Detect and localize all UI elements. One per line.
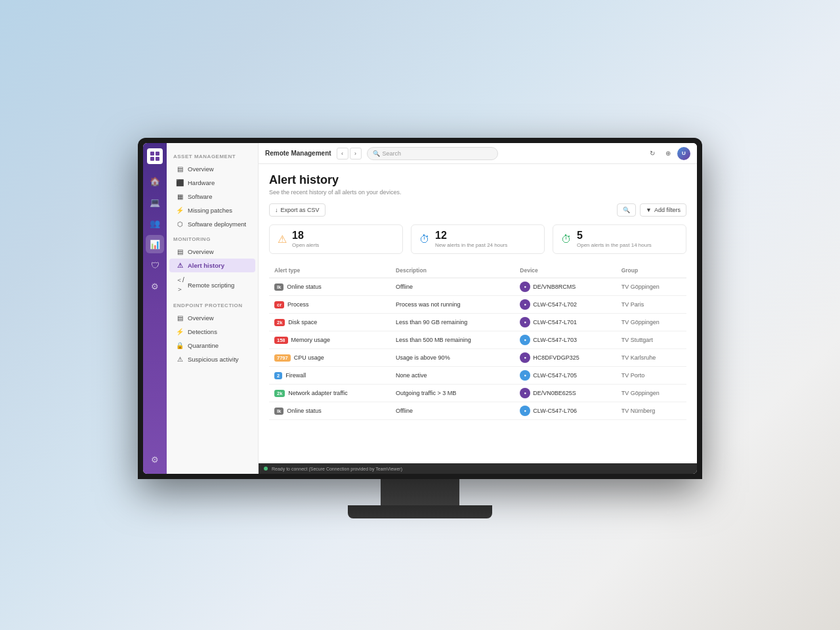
cell-description: Outgoing traffic > 3 MB bbox=[390, 385, 514, 402]
table-row[interactable]: 2k Disk space Less than 90 GB remaining … bbox=[269, 314, 686, 331]
sidebar-item-quarantine[interactable]: 🔒 Quarantine bbox=[169, 339, 255, 352]
status-dot bbox=[264, 467, 268, 471]
cell-description: Less than 90 GB remaining bbox=[390, 314, 514, 331]
sidebar-item-label: Hardware bbox=[188, 179, 215, 186]
icon-bar-settings-alt[interactable]: ⚙ bbox=[146, 277, 164, 295]
sidebar-item-label: Overview bbox=[188, 165, 214, 173]
cell-group: TV Göppingen bbox=[616, 385, 686, 402]
sidebar-item-deployment[interactable]: ⬡ Software deployment bbox=[169, 217, 255, 231]
severity-badge: 2k bbox=[274, 390, 285, 397]
device-dot: ● bbox=[520, 388, 530, 398]
search-bar[interactable]: 🔍 Search bbox=[367, 147, 498, 160]
icon-bar-group[interactable]: 👥 bbox=[146, 214, 164, 232]
sidebar-item-hardware[interactable]: ⬛ Hardware bbox=[169, 176, 255, 190]
status-bar: Ready to connect (Secure Connection prov… bbox=[259, 463, 697, 474]
export-icon: ↓ bbox=[275, 207, 278, 213]
device-name: DE/VNB8RCMS bbox=[533, 284, 576, 290]
severity-badge: 2 bbox=[274, 372, 282, 379]
cell-group: TV Karlsruhe bbox=[616, 349, 686, 367]
endpoint-section-title: ENDPOINT PROTECTION bbox=[167, 297, 258, 311]
sidebar-item-label: Remote scripting bbox=[188, 282, 234, 289]
sidebar-item-remote-scripting[interactable]: ＜/＞ Remote scripting bbox=[169, 272, 255, 297]
stat-number-3: 5 bbox=[577, 230, 652, 241]
search-icon: 🔍 bbox=[373, 150, 380, 157]
stat-clock-icon-2: ⏱ bbox=[561, 234, 572, 245]
table-row[interactable]: 2 Firewall None active ● CLW-C547-L705 T… bbox=[269, 367, 686, 385]
alert-type-text: Process bbox=[287, 301, 309, 308]
col-group: Group bbox=[616, 263, 686, 278]
sidebar-item-software[interactable]: ▦ Software bbox=[169, 190, 255, 203]
refresh-icon[interactable]: ↻ bbox=[646, 147, 659, 160]
sidebar-item-alert-history[interactable]: ⚠ Alert history bbox=[169, 259, 255, 272]
sidebar-item-patches[interactable]: ⚡ Missing patches bbox=[169, 203, 255, 217]
alert-type-text: Network adapter traffic bbox=[288, 390, 347, 396]
icon-bar-devices[interactable]: 💻 bbox=[146, 193, 164, 211]
page-content: Alert history See the recent history of … bbox=[259, 164, 697, 463]
cell-device: ● HC8DFVDGP325 bbox=[514, 349, 616, 367]
cell-description: Process was not running bbox=[390, 296, 514, 314]
sidebar-item-overview-asset[interactable]: ▤ Overview bbox=[169, 162, 255, 176]
add-filters-button[interactable]: ▼ Add filters bbox=[640, 203, 686, 217]
sidebar-item-label: Suspicious activity bbox=[188, 356, 239, 363]
icon-bar-monitoring[interactable]: 📊 bbox=[146, 235, 164, 253]
table-row[interactable]: cr Process Process was not running ● CLW… bbox=[269, 296, 686, 314]
detections-icon: ⚡ bbox=[176, 328, 184, 335]
cell-alert-type: 2 Firewall bbox=[269, 367, 390, 385]
sidebar-item-detections[interactable]: ⚡ Detections bbox=[169, 325, 255, 339]
status-text: Ready to connect (Secure Connection prov… bbox=[272, 467, 402, 471]
device-name: CLW-C547-L701 bbox=[533, 319, 577, 326]
table-row[interactable]: lk Online status Offline ● DE/VNB8RCMS T… bbox=[269, 278, 686, 296]
nav-back[interactable]: ‹ bbox=[337, 148, 348, 159]
device-name: DE/VN0BE625S bbox=[533, 390, 576, 396]
severity-badge: 158 bbox=[274, 337, 288, 344]
severity-badge: 7797 bbox=[274, 354, 291, 362]
stat-label-2: New alerts in the past 24 hours bbox=[435, 242, 507, 248]
sidebar-item-label: Overview bbox=[188, 314, 214, 322]
cell-group: TV Göppingen bbox=[616, 314, 686, 331]
sidebar-item-suspicious[interactable]: ⚠ Suspicious activity bbox=[169, 352, 255, 366]
cell-description: Offline bbox=[390, 278, 514, 296]
top-bar-actions: ↻ ⊕ U bbox=[646, 147, 690, 160]
table-row[interactable]: 2k Network adapter traffic Outgoing traf… bbox=[269, 385, 686, 402]
search-filter-button[interactable]: 🔍 bbox=[617, 203, 636, 217]
app-logo[interactable] bbox=[147, 148, 163, 164]
stat-open-alerts: ⚠ 18 Open alerts bbox=[269, 224, 403, 254]
table-row[interactable]: 158 Memory usage Less than 500 MB remain… bbox=[269, 331, 686, 349]
user-avatar[interactable]: U bbox=[677, 147, 690, 160]
app-chrome: 🏠 💻 👥 📊 🛡 ⚙ ⚙ ASSET MANAGEMENT ▤ Overvie… bbox=[143, 143, 697, 474]
stat-clock-icon-1: ⏱ bbox=[419, 234, 430, 245]
zoom-icon[interactable]: ⊕ bbox=[662, 147, 675, 160]
monitoring-section-title: MONITORING bbox=[167, 231, 258, 245]
sidebar-item-label: Detections bbox=[188, 328, 217, 335]
device-dot: ● bbox=[520, 406, 530, 416]
device-name: CLW-C547-L703 bbox=[533, 337, 577, 343]
col-description: Description bbox=[390, 263, 514, 278]
cell-description: None active bbox=[390, 367, 514, 385]
table-row[interactable]: 7797 CPU usage Usage is above 90% ● HC8D… bbox=[269, 349, 686, 367]
stat-number-1: 18 bbox=[292, 230, 319, 241]
search-filter-icon: 🔍 bbox=[623, 207, 630, 213]
stat-warning-icon: ⚠ bbox=[278, 233, 287, 245]
asset-management-section-title: ASSET MANAGEMENT bbox=[167, 148, 258, 162]
icon-bar-settings[interactable]: ⚙ bbox=[146, 450, 164, 469]
quarantine-icon: 🔒 bbox=[176, 342, 184, 349]
export-csv-button[interactable]: ↓ Export as CSV bbox=[269, 203, 326, 217]
icon-bar-shield[interactable]: 🛡 bbox=[146, 256, 164, 274]
icon-bar-home[interactable]: 🏠 bbox=[146, 172, 164, 190]
cell-device: ● CLW-C547-L703 bbox=[514, 331, 616, 349]
device-dot: ● bbox=[520, 335, 530, 345]
severity-badge: cr bbox=[274, 301, 284, 308]
stat-new-alerts: ⏱ 12 New alerts in the past 24 hours bbox=[411, 224, 545, 254]
nav-arrows: ‹ › bbox=[337, 148, 362, 159]
alert-table-container: Alert type Description Device Group lk O… bbox=[269, 263, 686, 420]
stat-open-recent: ⏱ 5 Open alerts in the past 14 hours bbox=[553, 224, 686, 254]
sidebar-item-overview-monitoring[interactable]: ▤ Overview bbox=[169, 245, 255, 259]
sidebar-item-overview-endpoint[interactable]: ▤ Overview bbox=[169, 311, 255, 325]
monitor-stand-neck bbox=[381, 479, 459, 505]
table-row[interactable]: lk Online status Offline ● CLW-C547-L706… bbox=[269, 402, 686, 420]
alert-type-text: Online status bbox=[287, 284, 322, 290]
sidebar-item-label: Quarantine bbox=[188, 342, 219, 349]
cell-alert-type: lk Online status bbox=[269, 278, 390, 296]
nav-forward[interactable]: › bbox=[350, 148, 362, 159]
device-dot: ● bbox=[520, 317, 530, 327]
